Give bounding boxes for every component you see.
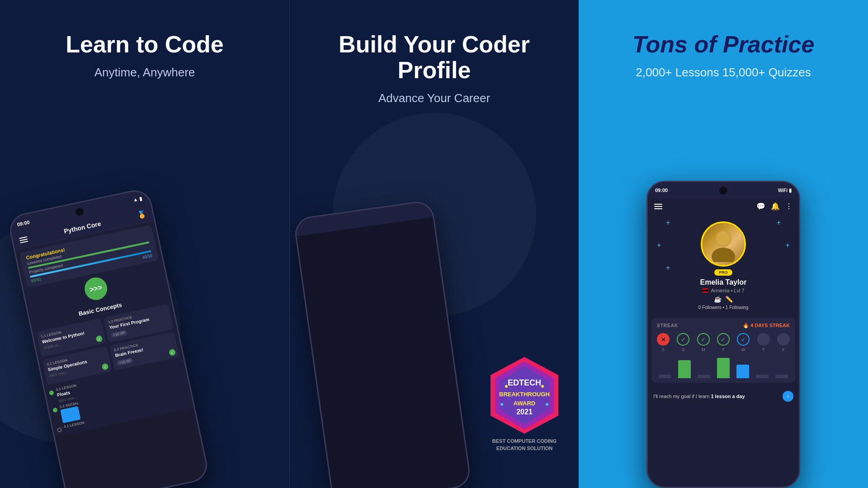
goal-arrow-button[interactable]: › xyxy=(783,391,793,402)
panel2-subtitle: Advance Your Career xyxy=(378,91,490,105)
panel3-title: Tons of Practice xyxy=(614,32,833,57)
pro-badge: PRO xyxy=(714,269,732,276)
panel-coder-profile: Build Your Coder Profile Advance Your Ca… xyxy=(289,0,579,488)
goal-footer: I'll reach my goal if I learn 1 lesson a… xyxy=(648,386,799,406)
plus-deco-4: + xyxy=(786,241,790,249)
streak-day-m: ✓ M xyxy=(697,333,710,352)
streak-day-s1: ✕ S xyxy=(657,333,670,352)
panel3-subtitle: 2,000+ Lessons 15,000+ Quizzes xyxy=(636,66,811,80)
social-icon-placeholder xyxy=(60,406,80,423)
day-circle-s1: ✕ xyxy=(657,333,670,346)
bell-icon[interactable]: 🔔 xyxy=(771,202,780,211)
streak-days: ✕ S ✓ S ✓ M ✓ T xyxy=(657,333,790,352)
plus-deco-1: + xyxy=(666,219,670,227)
day-label-t2: T xyxy=(762,347,765,352)
day-label-f: F xyxy=(782,347,785,352)
timeline-dot-6 xyxy=(52,408,58,413)
play-button[interactable]: >>> xyxy=(82,275,109,302)
time-3: 09:00 xyxy=(655,188,668,193)
streak-day-w: ✓ W xyxy=(737,333,750,352)
bar-2 xyxy=(678,360,691,378)
flag-icon xyxy=(702,288,708,293)
panel1-title: Learn to Code xyxy=(47,32,242,57)
streak-label: STREAK xyxy=(657,323,678,328)
day-circle-m: ✓ xyxy=(697,333,710,346)
play-icon: >>> xyxy=(89,283,103,294)
hamburger-icon-3 xyxy=(654,204,662,209)
lesson-1-check: ✓ xyxy=(95,335,103,343)
award-footer-text: BEST COMPUTER CODING EDUCATION SOLUTION xyxy=(488,438,561,452)
goal-text-container: I'll reach my goal if I learn 1 lesson a… xyxy=(653,394,745,399)
lesson-4-check: ✓ xyxy=(169,349,176,357)
bar-4 xyxy=(717,358,730,378)
panel1-subtitle: Anytime, Anywhere xyxy=(94,66,195,80)
avatar-svg xyxy=(705,226,741,262)
streak-day-f: F xyxy=(777,333,790,352)
star-4 xyxy=(546,403,548,406)
wifi-icon: ▲ xyxy=(132,196,138,202)
panel-tons-of-practice: Tons of Practice 2,000+ Lessons 15,000+ … xyxy=(579,0,868,488)
timeline-dot-5 xyxy=(49,390,54,395)
lesson-4-xp: +10 XP xyxy=(116,357,133,366)
battery-icon: ▮ xyxy=(138,195,142,202)
profile-header-bar: 💬 🔔 ⋮ xyxy=(648,198,799,214)
day-circle-w: ✓ xyxy=(737,333,750,346)
phone-mockup-3: 09:00 WiFi ▮ 💬 🔔 ⋮ xyxy=(646,181,800,488)
plus-deco-2: + xyxy=(777,219,781,227)
medal-icon: 🏅 xyxy=(136,209,147,220)
streak-header: STREAK 🔥 4 DAYS STREAK xyxy=(657,323,790,328)
time-1: 09:00 xyxy=(17,219,30,227)
phone-notch-3 xyxy=(719,187,727,195)
day-label-t1: T xyxy=(722,347,725,352)
panel2-title: Build Your Coder Profile xyxy=(290,32,579,83)
day-circle-s2: ✓ xyxy=(677,333,689,346)
more-icon[interactable]: ⋮ xyxy=(785,202,793,211)
phone-mockup-1: 09:00 ▲ ▮ Python Core 🏅 Congratulations! xyxy=(7,187,210,488)
goal-text-prefix: I'll reach my goal if I learn xyxy=(653,394,709,399)
day-circle-f xyxy=(777,333,790,346)
cup-icon: ☕ xyxy=(714,296,722,303)
svg-point-2 xyxy=(716,231,731,246)
profile-icons-row: ☕ ✏️ xyxy=(714,296,733,303)
wifi-icon-3: WiFi xyxy=(778,188,788,193)
award-text-2: BREAKTHROUGH xyxy=(499,391,550,398)
day-circle-t2 xyxy=(757,333,770,346)
star-2 xyxy=(541,385,544,388)
streak-section: STREAK 🔥 4 DAYS STREAK ✕ S ✓ S xyxy=(651,318,795,383)
phone-frame-3: 09:00 WiFi ▮ 💬 🔔 ⋮ xyxy=(646,181,800,488)
day-label-s1: S xyxy=(662,347,665,352)
day-label-w: W xyxy=(741,347,745,352)
hamburger-icon-1 xyxy=(19,236,28,243)
award-text-1: EDTECH xyxy=(508,378,541,387)
plus-deco-3: + xyxy=(657,241,661,249)
avatar-face xyxy=(703,223,744,265)
streak-day-t1: ✓ T xyxy=(717,333,730,352)
bar-3 xyxy=(698,375,710,378)
pencil-icon: ✏️ xyxy=(725,296,733,303)
panel-learn-to-code: Learn to Code Anytime, Anywhere 09:00 ▲ … xyxy=(0,0,289,488)
battery-icon-3: ▮ xyxy=(789,188,792,193)
streak-day-t2: T xyxy=(757,333,770,352)
profile-top-actions: 💬 🔔 ⋮ xyxy=(756,202,793,211)
chat-icon[interactable]: 💬 xyxy=(756,202,765,211)
activity-bars xyxy=(657,356,790,378)
day-label-m: M xyxy=(702,347,705,352)
lessons-count: 93/93 xyxy=(31,277,42,283)
followers-info: 0 Followers • 1 Following xyxy=(698,305,749,310)
projects-count: 10/10 xyxy=(142,253,153,260)
svg-point-1 xyxy=(712,248,735,262)
award-badge-container: EDTECH BREAKTHROUGH AWARD 2021 BEST COMP… xyxy=(488,355,561,452)
phone-frame-1: 09:00 ▲ ▮ Python Core 🏅 Congratulations! xyxy=(7,187,210,488)
day-label-s2: S xyxy=(682,347,684,352)
award-badge-svg: EDTECH BREAKTHROUGH AWARD 2021 xyxy=(488,355,561,436)
profile-name: Emelia Taylor xyxy=(700,278,747,286)
bar-7 xyxy=(775,375,788,378)
award-text-year: 2021 xyxy=(516,408,533,416)
plus-deco-5: + xyxy=(666,264,670,272)
lesson-3-check: ✓ xyxy=(101,363,109,371)
bar-5 xyxy=(736,365,749,378)
bar-1 xyxy=(659,375,671,378)
profile-info: Armenia • Lvl 7 xyxy=(702,288,744,293)
award-text-3: AWARD xyxy=(514,400,535,407)
profile-avatar xyxy=(701,221,746,267)
